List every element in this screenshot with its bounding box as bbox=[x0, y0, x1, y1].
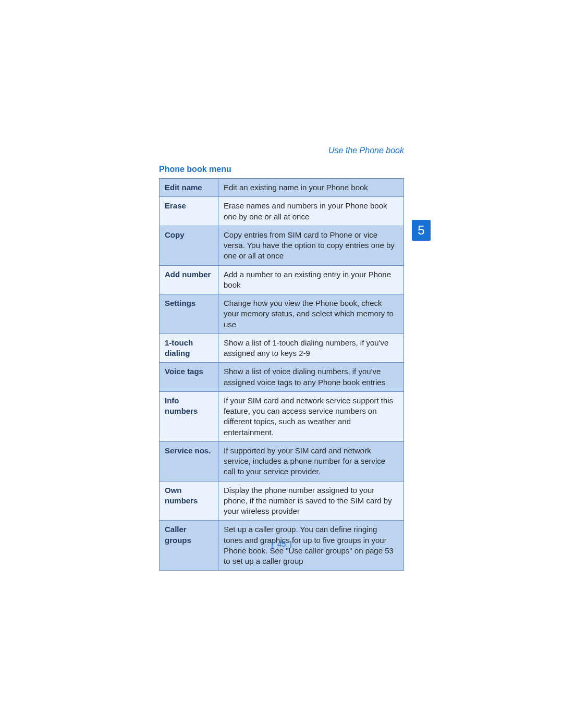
table-row: 1-touch dialing Show a list of 1-touch d… bbox=[160, 334, 404, 363]
row-desc: Show a list of 1-touch dialing numbers, … bbox=[218, 334, 404, 363]
row-desc: Display the phone number assigned to you… bbox=[218, 481, 404, 521]
row-label: Info numbers bbox=[160, 391, 218, 441]
row-label: Erase bbox=[160, 197, 218, 226]
row-label: Service nos. bbox=[160, 441, 218, 481]
row-desc: If supported by your SIM card and networ… bbox=[218, 441, 404, 481]
row-desc: Add a number to an existing entry in you… bbox=[218, 265, 404, 294]
row-label: Own numbers bbox=[160, 481, 218, 521]
table-row: Copy Copy entries from SIM card to Phone… bbox=[160, 226, 404, 265]
table-row: Own numbers Display the phone number ass… bbox=[160, 481, 404, 521]
table-row: Edit name Edit an existing name in your … bbox=[160, 179, 404, 197]
running-header: Use the Phone book bbox=[159, 146, 404, 155]
row-desc: If your SIM card and network service sup… bbox=[218, 391, 404, 441]
row-desc: Erase names and numbers in your Phone bo… bbox=[218, 197, 404, 226]
row-desc: Show a list of voice dialing numbers, if… bbox=[218, 363, 404, 392]
row-label: Settings bbox=[160, 294, 218, 334]
chapter-number: 5 bbox=[418, 223, 424, 238]
page-content: Use the Phone book Phone book menu Edit … bbox=[159, 146, 404, 571]
table-row: Service nos. If supported by your SIM ca… bbox=[160, 441, 404, 481]
table-row: Erase Erase names and numbers in your Ph… bbox=[160, 197, 404, 226]
phonebook-menu-table: Edit name Edit an existing name in your … bbox=[159, 178, 404, 571]
bracket-left: [ bbox=[270, 539, 275, 548]
row-desc: Edit an existing name in your Phone book bbox=[218, 179, 404, 197]
table-row: Info numbers If your SIM card and networ… bbox=[160, 391, 404, 441]
row-label: Add number bbox=[160, 265, 218, 294]
page-number: 45 bbox=[277, 539, 286, 548]
table-row: Add number Add a number to an existing e… bbox=[160, 265, 404, 294]
table-row: Voice tags Show a list of voice dialing … bbox=[160, 363, 404, 392]
row-label: Voice tags bbox=[160, 363, 218, 392]
bracket-right: ] bbox=[288, 539, 293, 548]
row-label: Copy bbox=[160, 226, 218, 265]
chapter-tab: 5 bbox=[412, 220, 431, 241]
section-title: Phone book menu bbox=[159, 165, 404, 174]
row-label: Edit name bbox=[160, 179, 218, 197]
row-label: 1-touch dialing bbox=[160, 334, 218, 363]
row-desc: Change how you view the Phone book, chec… bbox=[218, 294, 404, 334]
page-footer: [ 45 ] bbox=[159, 539, 404, 548]
table-row: Settings Change how you view the Phone b… bbox=[160, 294, 404, 334]
row-desc: Copy entries from SIM card to Phone or v… bbox=[218, 226, 404, 265]
